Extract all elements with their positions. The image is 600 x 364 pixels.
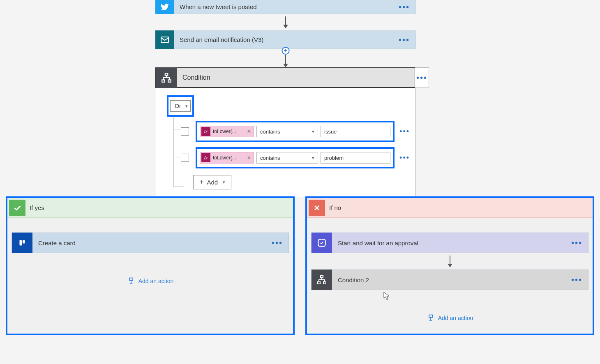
condition-icon bbox=[312, 270, 332, 290]
chevron-down-icon: ▾ bbox=[312, 155, 314, 161]
step-create-card[interactable]: Create a card ••• bbox=[12, 233, 289, 253]
chevron-down-icon: ▾ bbox=[185, 104, 188, 109]
condition-card: Condition ••• Or ▾ bbox=[155, 67, 416, 197]
trigger-card[interactable]: When a new tweet is posted ••• bbox=[155, 0, 416, 14]
row-more-icon[interactable]: ••• bbox=[399, 154, 410, 162]
step-title: Create a card bbox=[32, 240, 76, 247]
step-title: Start and wait for an approval bbox=[332, 240, 418, 247]
connector-arrow-plus: + bbox=[155, 49, 416, 67]
svg-rect-6 bbox=[23, 240, 25, 244]
row-checkbox[interactable] bbox=[181, 127, 189, 136]
fx-icon: fx bbox=[201, 127, 210, 136]
chevron-down-icon: ▾ bbox=[223, 180, 225, 185]
email-title: Send an email notification (V3) bbox=[174, 36, 263, 43]
value-input[interactable]: issue bbox=[321, 126, 390, 137]
row-checkbox[interactable] bbox=[181, 154, 189, 162]
value-text: issue bbox=[324, 129, 337, 135]
operator-select[interactable]: contains ▾ bbox=[256, 126, 318, 137]
add-action-label: Add an action bbox=[138, 278, 174, 284]
condition-body: Or ▾ fx toLower(... bbox=[155, 88, 415, 197]
remove-expression-icon[interactable]: ✕ bbox=[247, 129, 251, 134]
svg-rect-1 bbox=[165, 73, 168, 75]
expression-text: toLower(... bbox=[213, 129, 245, 134]
svg-rect-9 bbox=[321, 276, 323, 278]
check-icon bbox=[9, 200, 25, 216]
step-approval[interactable]: Start and wait for an approval ••• bbox=[311, 233, 588, 253]
svg-rect-7 bbox=[129, 278, 133, 281]
email-card[interactable]: Send an email notification (V3) ••• bbox=[155, 30, 416, 49]
condition-more[interactable]: ••• bbox=[415, 67, 429, 88]
branch-no-header: If no bbox=[307, 198, 593, 218]
condition-header[interactable]: Condition ••• bbox=[155, 67, 415, 88]
svg-rect-11 bbox=[323, 282, 326, 284]
add-label: Add bbox=[207, 179, 218, 186]
trigger-title: When a new tweet is posted bbox=[174, 3, 257, 10]
svg-rect-10 bbox=[318, 282, 320, 284]
fx-icon: fx bbox=[201, 153, 210, 162]
condition-row: fx toLower(... ✕ contains ▾ problem bbox=[181, 147, 410, 168]
close-icon bbox=[309, 200, 325, 216]
mail-icon bbox=[155, 30, 174, 49]
more-icon: ••• bbox=[416, 73, 427, 83]
group-operator-label: Or bbox=[175, 103, 181, 109]
branch-no-label: If no bbox=[329, 204, 341, 211]
trigger-more-icon[interactable]: ••• bbox=[399, 2, 410, 12]
expression-pill[interactable]: fx toLower(... ✕ bbox=[200, 126, 254, 137]
add-step-icon[interactable]: + bbox=[282, 47, 289, 55]
condition-row: fx toLower(... ✕ contains ▾ issue bbox=[181, 121, 410, 142]
row-highlight: fx toLower(... ✕ contains ▾ problem bbox=[196, 147, 395, 168]
add-action-icon bbox=[427, 314, 435, 322]
tree-guide bbox=[168, 121, 181, 189]
step-more-icon[interactable]: ••• bbox=[571, 238, 582, 248]
branch-yes-label: If yes bbox=[30, 204, 44, 211]
branch-yes-header: If yes bbox=[7, 198, 293, 218]
plus-icon: + bbox=[199, 178, 204, 187]
value-text: problem bbox=[324, 155, 344, 161]
step-more-icon[interactable]: ••• bbox=[571, 275, 582, 285]
condition-title: Condition bbox=[177, 74, 210, 81]
trello-icon bbox=[12, 233, 32, 253]
approval-icon bbox=[312, 233, 332, 253]
remove-expression-icon[interactable]: ✕ bbox=[247, 155, 251, 161]
branch-no: If no Start and wait for an approval •••… bbox=[305, 196, 594, 335]
svg-rect-2 bbox=[162, 80, 165, 82]
operator-label: contains bbox=[260, 155, 280, 161]
email-more-icon[interactable]: ••• bbox=[399, 35, 410, 44]
expression-pill[interactable]: fx toLower(... ✕ bbox=[200, 152, 254, 164]
connector-arrow bbox=[311, 253, 588, 270]
value-input[interactable]: problem bbox=[321, 152, 390, 164]
add-action-yes[interactable]: Add an action bbox=[12, 277, 289, 285]
add-action-label: Add an action bbox=[438, 315, 473, 321]
svg-rect-12 bbox=[429, 315, 432, 318]
operator-select[interactable]: contains ▾ bbox=[256, 152, 318, 164]
group-operator-select[interactable]: Or ▾ bbox=[170, 100, 191, 112]
step-condition2[interactable]: Condition 2 ••• bbox=[311, 270, 588, 290]
branch-yes: If yes Create a card ••• Add an action bbox=[6, 196, 295, 335]
add-condition-button[interactable]: + Add ▾ bbox=[193, 175, 231, 189]
add-action-no[interactable]: Add an action bbox=[311, 314, 588, 322]
condition-icon bbox=[156, 67, 177, 88]
group-operator-highlight: Or ▾ bbox=[167, 95, 194, 117]
operator-label: contains bbox=[260, 129, 280, 135]
step-more-icon[interactable]: ••• bbox=[272, 238, 283, 248]
step-title: Condition 2 bbox=[332, 276, 369, 283]
connector-arrow bbox=[155, 14, 416, 30]
row-highlight: fx toLower(... ✕ contains ▾ issue bbox=[196, 121, 395, 142]
add-action-icon bbox=[127, 277, 135, 285]
twitter-icon bbox=[155, 0, 174, 14]
svg-rect-5 bbox=[20, 240, 22, 246]
row-more-icon[interactable]: ••• bbox=[399, 127, 410, 136]
svg-rect-3 bbox=[168, 80, 171, 82]
expression-text: toLower(... bbox=[213, 155, 245, 161]
chevron-down-icon: ▾ bbox=[312, 129, 314, 134]
